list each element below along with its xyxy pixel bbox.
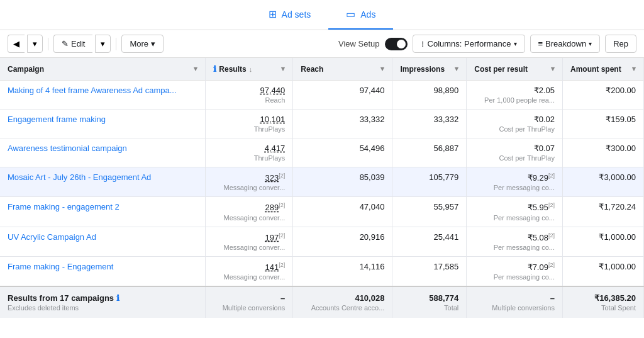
reach-cell-0: 97,440 [293, 81, 392, 110]
th-reach[interactable]: Reach ▾ [293, 58, 392, 81]
cost-sub-6: Per messaging co... [474, 273, 555, 281]
footer-campaign-cell: Results from 17 campaigns ℹ Excludes del… [0, 286, 206, 318]
amount-cell-6: ₹1,000.00 [562, 256, 643, 286]
impressions-cell-1: 33,332 [392, 110, 467, 138]
impressions-cell-5: 25,441 [392, 227, 467, 256]
cost-sub-5: Per messaging co... [474, 244, 555, 251]
campaign-cell-1: Engagement frame making [0, 110, 206, 138]
toolbar-right: View Setup ⫶ Columns: Performance ▾ ≡ Br… [338, 35, 636, 53]
campaigns-table: Campaign ▾ ℹ Results ↓ ▾ Reach ▾ [0, 58, 644, 318]
cost-value-6: ₹7.09[2] [474, 262, 555, 272]
results-sort-icon: ↓ [249, 65, 253, 73]
more-button[interactable]: More ▾ [121, 35, 164, 53]
toolbar: ◀ ▾ ✎ Edit ▾ More ▾ View Setup ⫶ Columns… [0, 30, 644, 58]
campaign-link-2[interactable]: Awareness testimonial campaign [8, 144, 127, 153]
results-cell-2: 4,417ThruPlays [206, 138, 293, 167]
reach-cell-1: 33,332 [293, 110, 392, 138]
result-superscript-3: [2] [279, 172, 285, 179]
cost-superscript-3: [2] [548, 172, 555, 179]
footer-info-icon: ℹ [116, 293, 119, 303]
cost-value-0: ₹2.05 [474, 86, 555, 95]
result-value-6: 141 [265, 262, 279, 272]
th-amount-spent[interactable]: Amount spent ▾ [562, 58, 643, 81]
footer-amount-sub: Total Spent [570, 304, 636, 312]
footer-reach-cell: 410,028 Accounts Centre acco... [293, 286, 392, 318]
result-value-3: 323 [265, 173, 279, 183]
back-button[interactable]: ◀ [8, 35, 25, 53]
cost-value-1: ₹0.02 [474, 115, 555, 124]
chevron-down-icon-2: ▾ [101, 39, 105, 48]
campaign-link-1[interactable]: Engagement frame making [8, 115, 106, 124]
result-value-5: 197 [265, 233, 279, 242]
cost-sub-3: Per messaging co... [474, 184, 555, 191]
result-superscript-4: [2] [279, 202, 285, 208]
results-cell-4: 289[2]Messaging conver... [206, 197, 293, 227]
columns-chevron-icon: ▾ [514, 40, 517, 47]
th-results[interactable]: ℹ Results ↓ ▾ [206, 58, 293, 81]
tab-adsets-label: Ad sets [282, 9, 311, 20]
footer-impressions-sub: Total [400, 304, 458, 312]
dropdown-button[interactable]: ▾ [27, 35, 43, 53]
more-chevron-icon: ▾ [151, 39, 155, 48]
result-value-1: 10,101 [260, 115, 286, 124]
cost-cell-1: ₹0.02Cost per ThruPlay [467, 110, 563, 138]
chevron-down-icon: ▾ [33, 39, 37, 48]
campaign-link-3[interactable]: Mosaic Art - July 26th - Engagement Ad [8, 172, 151, 182]
th-reach-label: Reach [301, 65, 323, 74]
result-sub-2: ThruPlays [213, 154, 285, 162]
campaign-link-4[interactable]: Frame making - engagement 2 [8, 202, 119, 211]
amount-filter-icon: ▾ [632, 65, 636, 73]
edit-dropdown-button[interactable]: ▾ [95, 35, 111, 53]
campaign-link-6[interactable]: Frame making - Engagement [8, 262, 113, 271]
edit-icon: ✎ [62, 39, 69, 48]
cost-cell-0: ₹2.05Per 1,000 people rea... [467, 81, 563, 110]
cost-cell-5: ₹5.08[2]Per messaging co... [467, 227, 563, 256]
breakdown-chevron-icon: ▾ [589, 40, 592, 47]
campaign-link-0[interactable]: Making of 4 feet frame Awareness Ad camp… [8, 86, 177, 95]
cost-superscript-6: [2] [548, 262, 555, 268]
result-value-4: 289 [265, 203, 279, 213]
result-sub-0: Reach [213, 96, 285, 104]
cost-sub-4: Per messaging co... [474, 214, 555, 222]
cost-cell-2: ₹0.07Cost per ThruPlay [467, 138, 563, 167]
reach-cell-2: 54,496 [293, 138, 392, 167]
tab-ads[interactable]: ▭ Ads [328, 0, 393, 30]
th-cost-per-result[interactable]: Cost per result ▾ [467, 58, 563, 81]
footer-campaign-label: Results from 17 campaigns [8, 293, 114, 303]
columns-button[interactable]: ⫶ Columns: Performance ▾ [413, 35, 525, 53]
tab-adsets[interactable]: ⊞ Ad sets [251, 0, 329, 30]
toggle-switch[interactable] [385, 38, 408, 50]
columns-label: Columns: Performance [428, 39, 511, 48]
reach-cell-5: 20,916 [293, 227, 392, 256]
table-row: Awareness testimonial campaign4,417ThruP… [0, 138, 644, 167]
chevron-left-icon: ◀ [13, 39, 19, 48]
result-value-2: 4,417 [265, 144, 286, 153]
th-impressions[interactable]: Impressions ▾ [392, 58, 467, 81]
amount-cell-4: ₹1,720.24 [562, 197, 643, 227]
footer-sub-label: Excludes deleted items [8, 304, 197, 312]
table-footer-row: Results from 17 campaigns ℹ Excludes del… [0, 286, 644, 318]
footer-cost: – [474, 293, 555, 303]
impressions-cell-4: 55,957 [392, 197, 467, 227]
footer-cost-sub: Multiple conversions [474, 304, 555, 312]
reach-cell-3: 85,039 [293, 167, 392, 197]
edit-button[interactable]: ✎ Edit [53, 35, 92, 53]
campaign-link-5[interactable]: UV Acrylic Campaign Ad [8, 232, 96, 242]
reach-cell-6: 14,116 [293, 256, 392, 286]
results-cell-1: 10,101ThruPlays [206, 110, 293, 138]
breakdown-button[interactable]: ≡ Breakdown ▾ [530, 35, 601, 53]
cost-cell-3: ₹9.29[2]Per messaging co... [467, 167, 563, 197]
cost-sub-0: Per 1,000 people rea... [474, 96, 555, 104]
table-row: Frame making - engagement 2289[2]Messagi… [0, 197, 644, 227]
campaign-cell-5: UV Acrylic Campaign Ad [0, 227, 206, 256]
adsets-icon: ⊞ [269, 8, 277, 20]
table-body: Making of 4 feet frame Awareness Ad camp… [0, 81, 644, 287]
report-button[interactable]: Rep [605, 35, 636, 53]
th-campaign[interactable]: Campaign ▾ [0, 58, 206, 81]
result-superscript-5: [2] [279, 232, 285, 239]
impressions-cell-3: 105,779 [392, 167, 467, 197]
th-amount-label: Amount spent [570, 65, 621, 74]
th-results-label: Results [219, 65, 246, 74]
table-header-row: Campaign ▾ ℹ Results ↓ ▾ Reach ▾ [0, 58, 644, 81]
results-cell-0: 97,440Reach [206, 81, 293, 110]
